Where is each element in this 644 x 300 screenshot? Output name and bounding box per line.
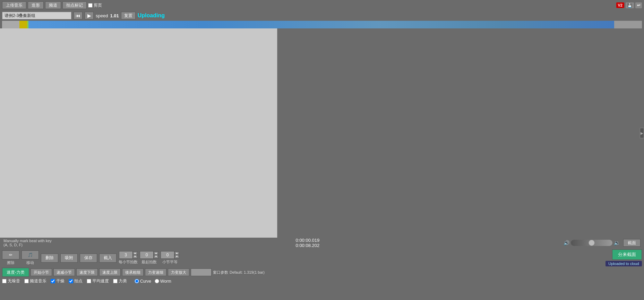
- cutview-button[interactable]: 截面: [623, 239, 641, 247]
- timeline-right-gray: [614, 21, 642, 28]
- upload-status: Uploaded to cloud: [606, 261, 642, 266]
- uploading-text: Uploading: [138, 12, 165, 19]
- volume-slider[interactable]: [571, 240, 612, 246]
- beat-mark-button[interactable]: 拍点标记: [62, 1, 87, 9]
- small-beat-input[interactable]: [161, 251, 174, 259]
- timeline-waveform-inner: [28, 21, 614, 28]
- bar-count-label: 每小节拍数: [119, 259, 138, 265]
- window-param-label: 窗口参数: [213, 270, 228, 275]
- curve-radio[interactable]: [135, 279, 139, 283]
- speed-label: speed: [96, 13, 108, 18]
- top-toolbar: 上传音乐 造形 频道 拍点标记 剪页 V2 💾 ↩: [0, 0, 644, 10]
- split-view-button[interactable]: 分来截面: [612, 249, 642, 260]
- change-speed-button[interactable]: 力变速细: [145, 268, 166, 276]
- beat-start-up[interactable]: ▲: [154, 252, 158, 255]
- bar-count-group: ▲ ▼ 每小节拍数: [119, 251, 138, 265]
- controls-row1: ✏ 擦除 🎵 移动 删除 吸附 保存 截入 ▲ ▼ 每小节拍数: [2, 249, 642, 266]
- timeline-waveform[interactable]: [28, 21, 614, 28]
- curve-radio-label: Curve: [135, 279, 151, 284]
- worm-radio[interactable]: [155, 279, 159, 283]
- time1: 0:00:00.019: [296, 238, 320, 243]
- undo-icon-button[interactable]: ↩: [635, 2, 642, 8]
- bar-count-spinner-btns: ▲ ▼: [133, 252, 138, 258]
- scroll-handle[interactable]: ▶: [640, 128, 644, 138]
- dry-text: 干燥: [56, 278, 65, 284]
- bar-count-up[interactable]: ▲: [133, 252, 138, 255]
- reset-button[interactable]: 复置: [121, 12, 136, 19]
- no-blur-text: 无噪音: [8, 278, 20, 284]
- beat-text: 拍点: [74, 278, 83, 284]
- beat-checkbox[interactable]: [69, 279, 73, 283]
- curve-text: Curve: [140, 279, 151, 284]
- right-panel-wrapper: www.Vmus.net ▶: [277, 28, 644, 238]
- second-toolbar: 谱例2-3叠奏新组 ⏮ ▶ speed 1.01 复置 Uploading: [0, 10, 644, 21]
- avg-speed-checkbox[interactable]: [87, 279, 91, 283]
- inherit-small-button[interactable]: 後承粗细: [122, 268, 144, 276]
- erase-icon-button[interactable]: ✏: [2, 250, 19, 259]
- volume-knob[interactable]: [589, 240, 595, 246]
- speed-up-button[interactable]: 速度上限: [99, 268, 121, 276]
- bar-count-down[interactable]: ▼: [133, 255, 138, 258]
- cut-checkbox-label: 剪页: [88, 2, 102, 8]
- volume-control: 🔊 🔉: [564, 240, 620, 246]
- cut-checkbox[interactable]: [88, 3, 93, 8]
- bar-count-input[interactable]: [119, 251, 133, 259]
- speed-down-button[interactable]: 速度下限: [76, 268, 98, 276]
- timeline-bar[interactable]: [2, 21, 642, 28]
- beat-start-input[interactable]: [140, 251, 154, 259]
- decrease-small-button[interactable]: 递减小节: [53, 268, 75, 276]
- bottom-controls: ✏ 擦除 🎵 移动 删除 吸附 保存 截入 ▲ ▼ 每小节拍数: [0, 248, 644, 279]
- beat-start-spinner-btns: ▲ ▼: [154, 252, 158, 258]
- beat-start-group: ▲ ▼ 最起拍数: [140, 251, 158, 265]
- move-icon-button[interactable]: 🎵: [22, 250, 39, 259]
- beat-start-label: 最起拍数: [141, 259, 157, 265]
- left-panel: [0, 28, 277, 238]
- worm-radio-label: Worm: [155, 279, 171, 284]
- window-param-input[interactable]: [191, 268, 212, 276]
- speed-value: 1.01: [110, 13, 119, 18]
- hint-line2: (A, S, D, F): [3, 243, 52, 247]
- play-button[interactable]: ▶: [85, 12, 94, 19]
- track-audio-text: 频道音乐: [30, 278, 46, 284]
- radio-row: Curve Worm: [135, 279, 171, 284]
- beat-start-down[interactable]: ▼: [154, 255, 158, 258]
- upload-music-button[interactable]: 上传音乐: [2, 1, 26, 9]
- force-text: 力类: [119, 278, 127, 284]
- volume-icon: 🔊: [564, 240, 569, 246]
- v2-button[interactable]: V2: [616, 2, 624, 8]
- cut-label: 剪页: [94, 2, 102, 8]
- save-icon-button[interactable]: 💾: [626, 2, 634, 8]
- absorption-button[interactable]: 吸附: [60, 254, 78, 263]
- hint-line1: Manually mark beat with key: [3, 239, 52, 243]
- track-audio-checkbox[interactable]: [24, 279, 29, 283]
- beat-start-spinner: ▲ ▼: [140, 251, 158, 259]
- shape-button[interactable]: 造形: [28, 1, 44, 9]
- insert-button[interactable]: 截入: [99, 254, 117, 263]
- magnify-button[interactable]: 力变放大: [168, 268, 189, 276]
- top-right-icons: V2 💾 ↩: [616, 2, 642, 8]
- save-button[interactable]: 保存: [80, 254, 97, 263]
- time2: 0:00:08.202: [296, 243, 320, 248]
- right-action-area: 分来截面 Uploaded to cloud: [606, 249, 642, 266]
- small-beat-down[interactable]: ▼: [174, 255, 179, 258]
- small-beat-group: ▲ ▼ 小节平等: [161, 251, 179, 265]
- timeline-yellow-marker: [19, 21, 27, 28]
- record-button[interactable]: 频道: [45, 1, 61, 9]
- move-group: 🎵 移动: [22, 250, 39, 265]
- no-blur-label: 无噪音: [2, 278, 20, 284]
- force-checkbox[interactable]: [113, 279, 118, 283]
- force-label: 力类: [113, 278, 127, 284]
- project-name-input[interactable]: 谱例2-3叠奏新组: [2, 12, 71, 19]
- keyboard-hint: Manually mark beat with key (A, S, D, F): [3, 239, 52, 247]
- prev-button[interactable]: ⏮: [74, 12, 83, 19]
- controls-row2: 速度-力类 开始小节 递减小节 速度下限 速度上限 後承粗细 力变速细 力变放大…: [2, 268, 642, 277]
- small-beat-up[interactable]: ▲: [174, 252, 179, 255]
- speed-mode-button[interactable]: 速度-力类: [2, 268, 29, 277]
- no-blur-checkbox[interactable]: [2, 279, 7, 283]
- small-beat-spinner-btns: ▲ ▼: [174, 252, 179, 258]
- delete-button[interactable]: 删除: [41, 254, 58, 263]
- main-area: www.Vmus.net ▶: [0, 28, 644, 238]
- increase-small-button[interactable]: 开始小节: [31, 268, 52, 276]
- dry-checkbox[interactable]: [51, 279, 55, 283]
- erase-group: ✏ 擦除: [2, 250, 19, 265]
